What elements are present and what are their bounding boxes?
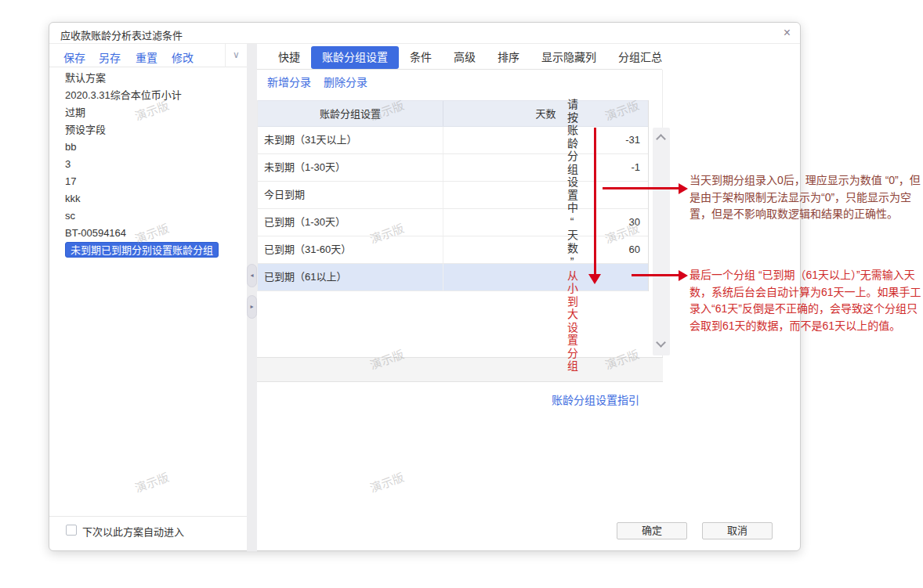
cell-group-name[interactable]: 未到期（31天以上） [258,127,443,153]
down-arrow-head-icon [588,274,601,284]
cell-group-name[interactable]: 已到期（61以上） [258,264,443,290]
right-arrow-head-icon [679,183,688,194]
vertical-annotation-black: 请按账龄分组设置中“天数” [566,99,578,270]
scheme-list-item[interactable]: 2020.3.31综合本位币小计 [49,87,247,104]
right-arrow-line-2 [632,274,679,276]
column-header-group[interactable]: 账龄分组设置 [258,101,443,126]
tab-quick[interactable]: 快捷 [267,46,311,69]
tab-bar: 快捷 账龄分组设置 条件 高级 排序 显示隐藏列 分组汇总 [257,46,662,70]
grid-toolbar: 新增分录 删除分录 [267,74,367,91]
cell-days[interactable]: 60 [443,236,648,263]
table-row[interactable]: 已到期（31-60天） 60 [258,236,648,264]
auto-enter-checkbox[interactable] [66,525,77,536]
scheme-list-item[interactable]: sc [49,207,247,225]
cell-group-name[interactable]: 未到期（1-30天） [258,154,443,181]
app-canvas: 应收款账龄分析表过滤条件 × 保存 另存 重置 修改 ∨ 默认方案 2020.3… [0,0,923,588]
table-header: 账龄分组设置 天数 [258,100,648,127]
cell-group-name[interactable]: 已到期（31-60天） [258,236,443,263]
aging-group-table: 账龄分组设置 天数 未到期（31天以上） -31 未到期（1-30天） -1 今… [257,100,649,291]
scheme-list-item[interactable]: BT-00594164 [49,225,247,242]
save-button[interactable]: 保存 [63,49,85,65]
panel-splitter[interactable]: ◂ ▸ [247,44,257,551]
table-row[interactable]: 未到期（1-30天） -1 [258,154,648,182]
collapse-right-icon[interactable]: ▸ [247,295,257,319]
right-arrow-line-1 [603,187,679,189]
cell-days[interactable]: -31 [443,127,648,153]
modify-button[interactable]: 修改 [172,49,194,65]
scheme-list-item[interactable]: 预设字段 [49,121,247,139]
scheme-list-item[interactable]: 默认方案 [49,70,247,87]
right-arrow-head-icon [679,270,688,281]
vertical-annotation: 请按账龄分组设置中“天数”从小到大设置分组 [564,99,580,373]
aging-group-guide-link[interactable]: 账龄分组设置指引 [552,391,639,407]
add-entry-button[interactable]: 新增分录 [267,74,311,91]
delete-entry-button[interactable]: 删除分录 [324,74,367,91]
auto-enter-label: 下次以此方案自动进入 [82,524,184,539]
ok-button[interactable]: 确定 [617,522,687,539]
close-icon[interactable]: × [784,26,791,40]
scheme-list-item-selected[interactable]: 未到期已到期分别设置账龄分组 [65,242,219,258]
down-arrow-line [594,128,596,275]
scheme-toolbar: 保存 另存 重置 修改 ∨ [49,44,247,67]
column-header-days[interactable]: 天数 [443,101,648,126]
scroll-down-icon[interactable] [656,337,666,348]
table-row[interactable]: 今日到期 [258,182,648,209]
cell-days[interactable]: 30 [443,209,648,236]
scheme-footer: 下次以此方案自动进入 [49,516,247,551]
scheme-list-item[interactable]: 过期 [49,104,247,121]
filter-dialog: 应收款账龄分析表过滤条件 × 保存 另存 重置 修改 ∨ 默认方案 2020.3… [49,22,801,551]
annotation-note-2: 最后一个分组 “已到期（61天以上）”无需输入天数，系统后台会自动计算为61天一… [690,267,923,334]
scheme-list: 默认方案 2020.3.31综合本位币小计 过期 预设字段 bb 3 17 kk… [49,70,247,261]
dialog-titlebar: 应收款账龄分析表过滤条件 × [49,23,800,44]
collapse-left-icon[interactable]: ◂ [247,264,257,287]
tab-sort[interactable]: 排序 [487,46,530,69]
scheme-list-item[interactable]: 17 [49,173,247,190]
annotation-note-1: 当天到期分组录入0后，理应显示为数值 “0”，但是由于架构限制无法显示为“0”，… [690,172,923,223]
table-scrollbar[interactable] [653,128,670,355]
tab-conditions[interactable]: 条件 [399,46,443,69]
scheme-list-item[interactable]: 3 [49,156,247,173]
tab-advanced[interactable]: 高级 [443,46,487,69]
vertical-annotation-red: 从小到大设置分组 [566,270,578,373]
cell-group-name[interactable]: 今日到期 [258,182,443,208]
cell-days[interactable]: -1 [443,154,648,181]
scheme-list-item[interactable]: bb [49,139,247,156]
scheme-panel: 保存 另存 重置 修改 ∨ 默认方案 2020.3.31综合本位币小计 过期 预… [49,44,247,551]
dialog-title: 应收款账龄分析表过滤条件 [60,27,183,42]
scroll-up-icon[interactable] [656,134,666,144]
cell-days[interactable] [443,264,648,290]
table-row[interactable]: 未到期（31天以上） -31 [258,127,648,154]
reset-button[interactable]: 重置 [136,49,157,65]
tab-group-summary[interactable]: 分组汇总 [607,46,673,69]
table-row[interactable]: 已到期（1-30天） 30 [258,209,648,236]
scheme-list-item[interactable]: kkk [49,190,247,207]
chevron-down-icon[interactable]: ∨ [225,44,247,67]
tab-aging-groups[interactable]: 账龄分组设置 [311,46,399,69]
cell-days[interactable] [443,182,648,208]
cancel-button[interactable]: 取消 [702,522,773,539]
save-as-button[interactable]: 另存 [99,49,121,65]
cell-group-name[interactable]: 已到期（1-30天） [258,209,443,236]
table-footer-strip [257,357,663,382]
tab-show-hide-cols[interactable]: 显示隐藏列 [530,46,607,69]
